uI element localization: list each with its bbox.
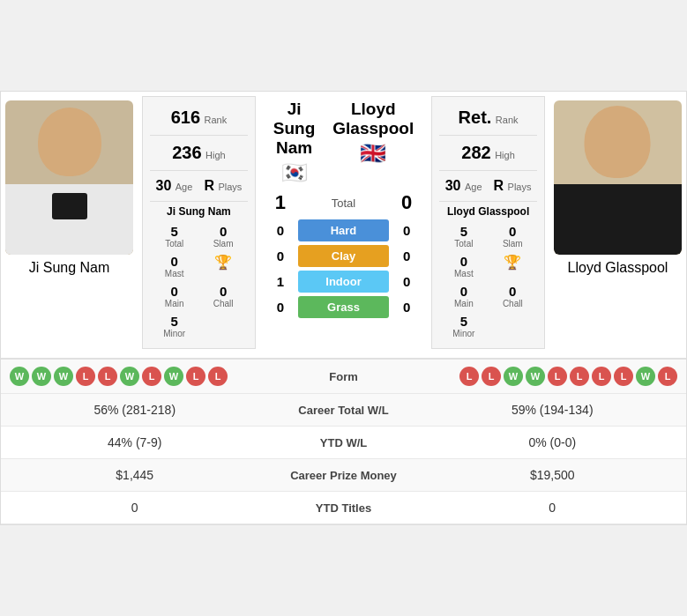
clay-right: 0 xyxy=(394,249,419,263)
left-main-cell: 0 Main xyxy=(150,281,198,311)
right-age-label: Age xyxy=(465,182,482,192)
right-minor-label: Minor xyxy=(452,329,474,338)
left-form-badge: L xyxy=(142,367,161,386)
left-slam-value: 0 xyxy=(220,224,227,239)
right-plays-value: R xyxy=(494,178,504,193)
right-main-label: Main xyxy=(454,299,474,308)
left-minor-value: 5 xyxy=(171,314,178,329)
left-header-name: Ji Sung Nam xyxy=(265,96,325,158)
hard-right: 0 xyxy=(394,223,419,238)
stat-left-2: $1,445 xyxy=(14,468,256,482)
left-high-value: 236 xyxy=(172,143,201,162)
left-chall-cell: 0 Chall xyxy=(198,281,247,311)
score-area: 1 Total 0 0 Hard 0 0 Clay 0 1 xyxy=(265,191,422,322)
left-form-badge: W xyxy=(164,367,183,386)
left-mast-cell: 0 Mast xyxy=(150,251,198,281)
right-trophy-icon: 🏆 xyxy=(489,251,537,281)
right-form-badges: LLWWLLLLWL xyxy=(414,367,678,386)
left-total-label: Total xyxy=(165,239,183,249)
hard-row: 0 Hard 0 xyxy=(265,219,422,241)
right-main-value: 0 xyxy=(460,284,467,299)
indoor-left: 1 xyxy=(268,274,293,289)
form-row: WWWLLWLWLL Form LLWWLLLLWL xyxy=(1,360,686,394)
stat-label-2: Career Prize Money xyxy=(256,469,432,482)
right-plays-cell: R Plays xyxy=(494,178,532,194)
middle-column: Ji Sung Nam 🇰🇷 Lloyd Glasspool 🇬🇧 1 Tota… xyxy=(260,92,427,358)
grass-left: 0 xyxy=(268,300,293,315)
left-form-badge: L xyxy=(98,367,117,386)
stat-right-2: $19,500 xyxy=(432,468,674,482)
stat-right-1: 0% (0-0) xyxy=(432,435,674,449)
grass-badge: Grass xyxy=(298,296,389,318)
right-form-badge: L xyxy=(482,367,501,386)
left-form-badge: W xyxy=(10,367,29,386)
left-sub-name: Ji Sung Nam xyxy=(167,205,231,218)
left-chall-value: 0 xyxy=(220,284,227,299)
left-plays-value: R xyxy=(204,178,214,193)
grass-right: 0 xyxy=(394,300,419,315)
left-flag: 🇰🇷 xyxy=(265,160,325,185)
left-age-plays: 30 Age R Plays xyxy=(150,178,248,194)
stats-row-2: $1,445Career Prize Money$19,500 xyxy=(1,459,686,492)
right-chall-value: 0 xyxy=(509,284,516,299)
right-slam-value: 0 xyxy=(509,224,516,239)
stats-row-3: 0YTD Titles0 xyxy=(1,492,686,524)
stat-right-0: 59% (194-134) xyxy=(432,403,674,417)
form-label: Form xyxy=(273,370,414,383)
right-high-cell: 282 High xyxy=(461,143,514,163)
left-rank-high: 616 Rank xyxy=(150,108,248,128)
left-age-value: 30 xyxy=(156,178,172,193)
right-slam-cell: 0 Slam xyxy=(489,221,537,251)
right-form-badge: L xyxy=(658,367,677,386)
right-slam-label: Slam xyxy=(503,239,523,249)
total-score-left: 1 xyxy=(268,191,293,214)
clay-badge: Clay xyxy=(298,245,389,267)
right-form-badge: L xyxy=(570,367,589,386)
right-stats-grid: 5 Total 0 Slam 0 Mast 🏆 0 Main xyxy=(439,221,537,341)
right-form-badge: W xyxy=(504,367,523,386)
right-age-value: 30 xyxy=(445,178,461,193)
stat-left-3: 0 xyxy=(14,501,256,515)
right-chall-cell: 0 Chall xyxy=(489,281,537,311)
left-rank-value: 616 xyxy=(171,108,200,127)
left-main-value: 0 xyxy=(171,284,178,299)
left-mast-value: 0 xyxy=(171,254,178,269)
right-minor-cell: 5 Minor xyxy=(439,311,488,341)
right-sub-name: Lloyd Glasspool xyxy=(447,205,529,218)
right-mast-value: 0 xyxy=(460,254,467,269)
left-form-badge: L xyxy=(76,367,95,386)
right-main-cell: 0 Main xyxy=(439,281,488,311)
right-info-box: Ret. Rank 282 High 30 Age R Plays xyxy=(431,96,545,349)
left-slam-label: Slam xyxy=(213,239,234,249)
right-player-column: Lloyd Glasspool xyxy=(549,92,686,358)
right-high-label: High xyxy=(495,150,515,160)
left-age-cell: 30 Age xyxy=(156,178,193,194)
total-score-row: 1 Total 0 xyxy=(265,191,422,214)
left-high-row: 236 High xyxy=(150,143,248,163)
left-minor-label: Minor xyxy=(163,329,185,338)
indoor-badge: Indoor xyxy=(298,271,389,293)
indoor-row: 1 Indoor 0 xyxy=(265,271,422,293)
stats-row-1: 44% (7-9)YTD W/L0% (0-0) xyxy=(1,427,686,459)
right-minor-value: 5 xyxy=(460,314,467,329)
left-mast-label: Mast xyxy=(165,269,184,278)
right-high-row: 282 High xyxy=(439,143,537,163)
indoor-right: 0 xyxy=(394,274,419,289)
right-form-badge: W xyxy=(526,367,545,386)
total-label: Total xyxy=(332,197,355,210)
right-player-header: Lloyd Glasspool 🇬🇧 xyxy=(324,96,422,188)
left-form-badge: W xyxy=(32,367,51,386)
left-age-label: Age xyxy=(175,182,193,192)
grass-row: 0 Grass 0 xyxy=(265,296,422,318)
stat-left-1: 44% (7-9) xyxy=(14,435,256,449)
left-total-cell: 5 Total xyxy=(150,221,198,251)
left-form-badges: WWWLLWLWLL xyxy=(10,367,273,386)
right-mast-cell: 0 Mast xyxy=(439,251,488,281)
left-form-badge: L xyxy=(208,367,228,386)
bottom-section: WWWLLWLWLL Form LLWWLLLLWL 56% (281-218)… xyxy=(1,358,686,524)
left-high-cell: 236 High xyxy=(172,143,225,163)
right-form-badge: L xyxy=(614,367,633,386)
left-info-box: 616 Rank 236 High 30 Age R Plays xyxy=(142,96,256,349)
right-form-badge: L xyxy=(459,367,479,386)
left-slam-cell: 0 Slam xyxy=(198,221,247,251)
